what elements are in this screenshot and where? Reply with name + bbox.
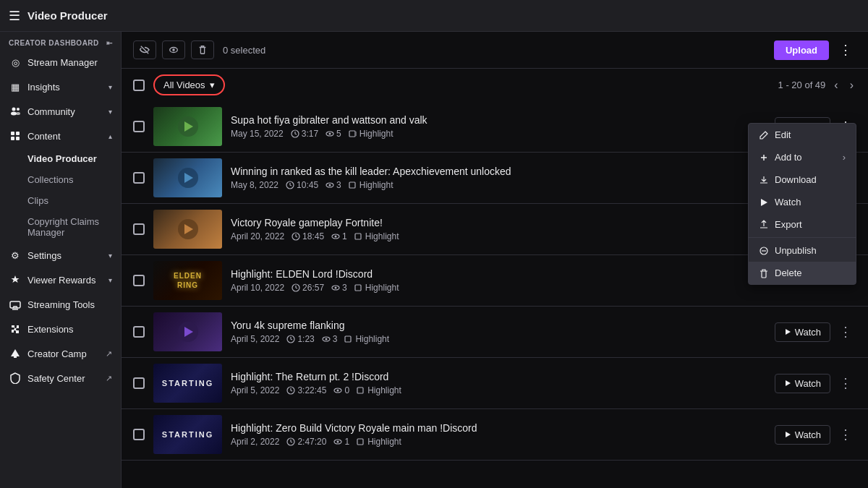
svg-point-2 [17,108,20,111]
sidebar-item-streaming-tools[interactable]: Streaming Tools [0,292,121,317]
context-unpublish[interactable]: Unpublish [749,239,856,262]
show-button[interactable] [162,40,185,59]
video-info: Highlight: Zero Build Victory Royale mai… [231,422,766,447]
svg-rect-34 [355,234,361,239]
video-meta: May 15, 2022 3:17 5 Highlight [231,129,766,139]
sidebar-item-clips[interactable]: Clips [0,190,121,211]
sidebar-item-label: Safety Center [27,373,85,384]
video-info: Supa hot fiya gibralter and wattson and … [231,114,766,139]
highlight-icon [354,283,363,292]
video-views: 0 [333,385,349,395]
sidebar-item-content[interactable]: Content ▴ [0,124,121,148]
sidebar-item-label: Copyright Claims Manager [27,216,99,238]
next-page-button[interactable]: › [847,77,856,93]
sidebar-item-video-producer[interactable]: Video Producer [0,148,121,169]
video-date: April 5, 2022 [231,334,279,344]
chevron-up-icon: ▴ [109,132,112,140]
context-edit[interactable]: Edit [749,124,856,146]
prev-page-button[interactable]: ‹ [831,77,841,93]
eye-small-icon [331,232,340,241]
context-watch[interactable]: Watch [749,191,856,213]
pagination: 1 - 20 of 49 ‹ › [778,77,856,93]
game-thumb-visual [177,167,199,189]
video-type: Highlight [357,437,401,447]
row-more-button[interactable]: ⋮ [835,424,856,445]
video-duration: 2:47:20 [286,437,326,447]
sidebar-item-label: Collections [27,174,74,185]
row-checkbox[interactable] [133,172,145,184]
delete-icon [759,268,769,278]
video-views: 3 [326,180,341,190]
sidebar-item-creator-camp[interactable]: Creator Camp ↗ [0,341,121,366]
settings-icon: ⚙ [9,249,22,262]
collapse-icon[interactable]: ⇤ [106,39,113,47]
more-options-button[interactable]: ⋮ [835,39,856,61]
row-checkbox[interactable] [133,121,145,132]
video-duration: 26:57 [292,283,324,293]
sidebar-item-settings[interactable]: ⚙ Settings ▾ [0,243,121,267]
highlight-icon [357,437,365,446]
hide-icon [140,45,150,55]
video-type: Highlight [357,385,401,395]
upload-button[interactable]: Upload [774,40,829,60]
submenu-arrow-icon: › [843,152,846,163]
context-download[interactable]: Download [749,168,856,191]
clock-icon [286,335,295,343]
svg-point-28 [329,184,331,187]
video-rows: Supa hot fiya gibralter and wattson and … [122,101,868,488]
context-delete[interactable]: Delete [749,262,856,284]
context-export[interactable]: Export [749,213,856,236]
clock-icon [292,232,300,241]
sidebar-item-copyright-claims[interactable]: Copyright Claims Manager [0,211,121,243]
eye-small-icon [322,335,331,343]
content-area: 0 selected Upload ⋮ All Videos ▾ 1 - 20 … [122,32,868,488]
chevron-down-icon: ▾ [109,276,112,284]
video-title: Highlight: The Return pt. 2 !Discord [231,371,766,382]
hide-button[interactable] [133,40,156,59]
sidebar-item-safety-center[interactable]: Safety Center ↗ [0,366,121,390]
row-more-button[interactable]: ⋮ [835,321,856,343]
selected-count: 0 selected [223,45,265,56]
delete-button[interactable] [191,40,214,59]
sidebar-item-viewer-rewards[interactable]: Viewer Rewards ▾ [0,267,121,292]
row-checkbox[interactable] [133,377,145,389]
clock-icon [286,386,295,395]
svg-point-1 [11,112,17,116]
video-type: Highlight [349,180,393,190]
sidebar-item-community[interactable]: Community ▾ [0,99,121,124]
svg-point-16 [329,133,331,135]
row-checkbox[interactable] [133,223,145,235]
watch-button[interactable]: Watch [775,322,830,342]
watch-button[interactable]: Watch [775,374,830,393]
chevron-down-icon: ▾ [109,83,112,91]
svg-rect-4 [11,132,14,135]
sidebar-item-label: Video Producer [27,153,97,164]
video-info: Yoru 4k supreme flanking April 5, 2022 1… [231,320,766,344]
game-thumb-visual [177,321,199,343]
starting-text: STARTING [162,430,213,439]
watch-button[interactable]: Watch [775,425,830,445]
sidebar-item-label: Streaming Tools [27,299,95,310]
dropdown-icon: ▾ [210,80,215,90]
hamburger-icon[interactable]: ☰ [9,8,20,24]
row-checkbox[interactable] [133,275,145,286]
svg-rect-51 [357,439,363,445]
sidebar-item-collections[interactable]: Collections [0,169,121,190]
video-row: Yoru 4k supreme flanking April 5, 2022 1… [122,307,868,358]
video-thumbnail [153,210,222,249]
context-add-to[interactable]: Add to › [749,146,856,168]
row-checkbox[interactable] [133,429,145,440]
sidebar-item-label: Extensions [27,324,74,335]
video-views: 1 [333,437,349,447]
row-checkbox[interactable] [133,326,145,338]
video-type: Highlight [354,231,399,241]
video-type: Highlight [354,283,399,293]
sidebar-item-extensions[interactable]: Extensions [0,317,121,341]
row-more-button[interactable]: ⋮ [835,372,856,394]
sidebar-item-stream-manager[interactable]: ◎ Stream Manager [0,50,121,74]
video-duration: 3:22:45 [286,385,326,395]
sidebar-item-insights[interactable]: ▦ Insights ▾ [0,74,121,99]
select-all-checkbox[interactable] [133,80,145,91]
play-icon [784,380,791,387]
all-videos-dropdown[interactable]: All Videos ▾ [153,74,225,95]
